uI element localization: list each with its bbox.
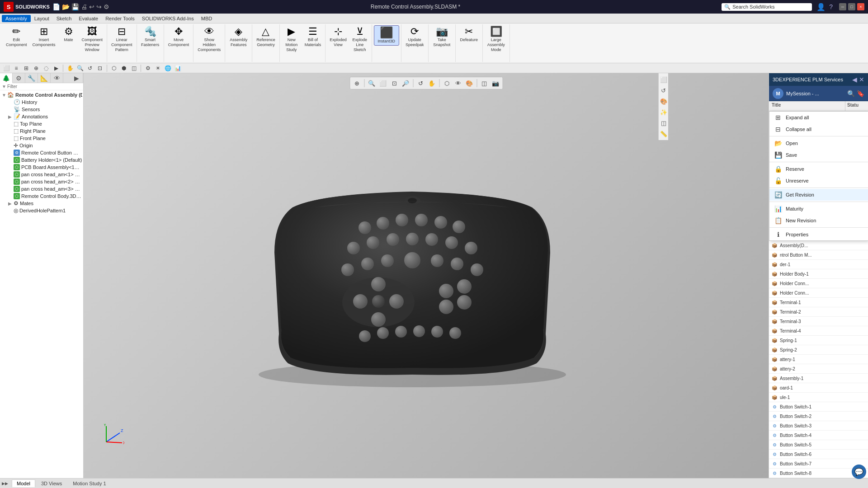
- plm-list-item[interactable]: ⚙ Button Switch-4: [769, 431, 868, 440]
- plm-list-item[interactable]: 📦 Holder Conn...: [769, 279, 868, 288]
- tree-item-annotations[interactable]: ▶ 📝 Annotations: [1, 113, 82, 120]
- insert-components-btn[interactable]: ⊞ Insert Components: [30, 25, 58, 49]
- save-icon[interactable]: 💾: [71, 3, 79, 10]
- rotate-icon[interactable]: ↺: [85, 64, 94, 73]
- 3d-views-tab[interactable]: 3D Views: [36, 479, 67, 487]
- component-preview-btn[interactable]: 🖼 Component Preview Window: [80, 25, 105, 53]
- section-view-btn[interactable]: ◫: [129, 64, 138, 73]
- plm-list-item[interactable]: 📦 Assembly(D...: [769, 241, 868, 250]
- section-btn[interactable]: ◫: [659, 118, 668, 127]
- plm-expand-btn[interactable]: ✕: [859, 76, 864, 83]
- view-grid-btn[interactable]: ⊞: [22, 64, 31, 73]
- menu-render-tools[interactable]: Render Tools: [102, 15, 138, 22]
- measure-btn[interactable]: 📏: [659, 129, 668, 138]
- plm-list-item[interactable]: ⚙ Button Switch-1: [769, 402, 868, 412]
- plm-list-item[interactable]: 📦 Terminal-4: [769, 326, 868, 336]
- ctx-save[interactable]: 💾 Save: [769, 149, 868, 161]
- rotate-model-btn[interactable]: ↺: [659, 86, 668, 95]
- tree-item-front-plane[interactable]: ⬚ Front Plane: [1, 135, 82, 142]
- plm-list-item[interactable]: 📦 Terminal-2: [769, 307, 868, 317]
- search-box[interactable]: 🔍 Search SolidWorks: [722, 3, 812, 11]
- ctx-collapse-all[interactable]: ⊟ Collapse all: [769, 123, 868, 135]
- ctx-expand-all[interactable]: ⊞ Expand all: [769, 112, 868, 123]
- motion-study-1-tab[interactable]: Motion Study 1: [68, 479, 111, 487]
- plm-list-item[interactable]: 📦 Terminal-1: [769, 298, 868, 307]
- smart-fasteners-btn[interactable]: 🔩 Smart Fasteners: [139, 25, 161, 49]
- ctx-get-revision[interactable]: 🔄 Get Revision: [769, 189, 868, 201]
- view-selector-btn[interactable]: ⬜: [2, 64, 11, 73]
- expand-tree-btn[interactable]: ▶: [71, 73, 83, 83]
- config-manager-tab[interactable]: 🔧: [25, 73, 38, 83]
- user-icon[interactable]: 👤: [816, 3, 826, 11]
- undo-icon[interactable]: ↩: [89, 3, 94, 10]
- ctx-properties[interactable]: ℹ Properties: [769, 229, 868, 240]
- print-icon[interactable]: 🖨: [81, 3, 87, 10]
- assembly-features-btn[interactable]: ◈ Assembly Features: [227, 25, 250, 49]
- ctx-reserve[interactable]: 🔒 Reserve: [769, 163, 868, 175]
- plm-list-item[interactable]: 📦 ule-1: [769, 393, 868, 402]
- redo-icon[interactable]: ↪: [96, 3, 102, 10]
- display-manager-tab[interactable]: 👁: [51, 73, 63, 83]
- tree-item-origin[interactable]: ✛ Origin: [1, 142, 82, 149]
- plm-list-item[interactable]: ⚙ Button Switch-3: [769, 421, 868, 431]
- tree-item-mates[interactable]: ▶ ⚙ Mates: [1, 200, 82, 207]
- maximize-button[interactable]: □: [848, 3, 855, 10]
- ctx-open[interactable]: 📂 Open: [769, 137, 868, 149]
- camera-btn[interactable]: 📷: [491, 78, 500, 88]
- wire-display-btn[interactable]: ⬡: [109, 64, 118, 73]
- menu-assembly[interactable]: Assembly: [2, 15, 31, 22]
- plm-list-item[interactable]: 📦 der-1: [769, 260, 868, 269]
- exploded-view-btn[interactable]: ⊹ Exploded View: [327, 25, 349, 49]
- plm-list-item[interactable]: 📦 Holder Conn...: [769, 288, 868, 298]
- zoom-fit-btn[interactable]: ⊡: [389, 78, 399, 88]
- edit-component-btn[interactable]: ✏ Edit Component: [4, 25, 29, 49]
- ctx-maturity[interactable]: 📊 Maturity: [769, 203, 868, 215]
- menu-evaluate[interactable]: Evaluate: [75, 15, 102, 22]
- linear-component-pattern-btn[interactable]: ⊟ Linear Component Pattern: [109, 25, 135, 53]
- shaded-display-btn[interactable]: ⬢: [119, 64, 128, 73]
- plm-list-item[interactable]: ⚙ Button Switch-5: [769, 440, 868, 450]
- tree-item-history[interactable]: 🕐 History: [1, 99, 82, 106]
- tree-item-battery-holder[interactable]: ⬡ Battery Holder<1> (Default): [1, 156, 82, 164]
- lights-btn[interactable]: ☀: [153, 64, 162, 73]
- appearance-btn[interactable]: 🎨: [659, 97, 668, 106]
- plm-list-item[interactable]: ⚙ Button Switch-6: [769, 450, 868, 459]
- bookmark-icon[interactable]: 🔖: [857, 90, 864, 97]
- plm-list-item[interactable]: 📦 Assembly-1: [769, 374, 868, 383]
- tree-item-derived-hole[interactable]: ◎ DerivedHolePattern1: [1, 207, 82, 214]
- mate-btn[interactable]: ⚙ Mate: [59, 25, 79, 44]
- property-manager-tab[interactable]: ⚙: [13, 73, 25, 83]
- tree-item-remote-body[interactable]: ⬡ Remote Control Body.3DXML<1>...: [1, 192, 82, 200]
- zoom-fit-btn[interactable]: ⊡: [95, 64, 104, 73]
- instant3d-btn[interactable]: ⬛ Instant3D: [374, 25, 399, 46]
- edit-appear-btn[interactable]: 🎨: [464, 78, 474, 88]
- tree-item-pan-cross-1[interactable]: ⬡ pan cross head_am<1> (B18.6.7M...: [1, 171, 82, 178]
- menu-sketch[interactable]: Sketch: [53, 15, 75, 22]
- close-button[interactable]: ×: [857, 3, 864, 10]
- view-settings-btn[interactable]: ⚙: [143, 64, 152, 73]
- tree-item-pan-cross-3[interactable]: ⬡ pan cross head_am<3> (B18.6.7M...: [1, 185, 82, 192]
- plm-list-item[interactable]: 📦 Terminal-3: [769, 317, 868, 326]
- tree-item-button-membrane[interactable]: ⚙ Remote Control Button Membran...: [1, 149, 82, 156]
- zoom-select-btn[interactable]: 🔍: [367, 78, 377, 88]
- move-component-btn[interactable]: ✥ Move Component: [166, 25, 192, 49]
- tree-item-pan-cross-2[interactable]: ⬡ pan cross head_am<2> (B18.6.7M...: [1, 178, 82, 185]
- scene-btn[interactable]: 🌐: [163, 64, 172, 73]
- view-orient-btn[interactable]: ⊕: [32, 64, 41, 73]
- tree-item-pcb-board[interactable]: ⬡ PCB Board Assembly<1> (Default): [1, 164, 82, 171]
- open-icon[interactable]: 📂: [62, 3, 70, 10]
- menu-mbd[interactable]: MBD: [198, 15, 216, 22]
- filter-btn[interactable]: ◌: [42, 64, 51, 73]
- hide-show-btn[interactable]: 👁: [453, 78, 463, 88]
- menu-layout[interactable]: Layout: [31, 15, 53, 22]
- view-orient-btn[interactable]: ⊕: [352, 78, 362, 88]
- rotate-view-btn[interactable]: ↺: [415, 78, 425, 88]
- plm-list-item[interactable]: ⚙ Button Switch-2: [769, 412, 868, 421]
- tree-expand-btn[interactable]: ▶: [52, 64, 61, 73]
- display-state-btn[interactable]: 📊: [173, 64, 182, 73]
- chat-button[interactable]: 💬: [852, 465, 866, 478]
- pan-icon[interactable]: ✋: [66, 64, 75, 73]
- tree-item-sensors[interactable]: 📡 Sensors: [1, 106, 82, 113]
- zoom-icon[interactable]: 🔍: [75, 64, 85, 73]
- reference-geometry-btn[interactable]: △ Reference Geometry: [254, 25, 278, 49]
